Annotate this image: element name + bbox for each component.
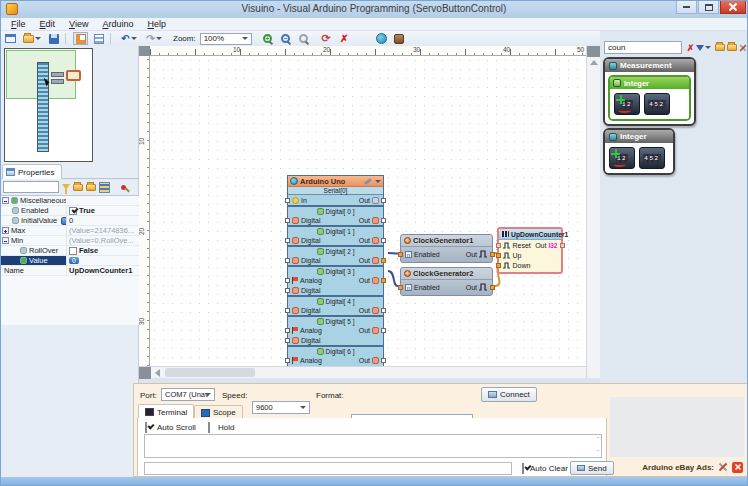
ads-settings-icon[interactable] [718,462,728,472]
port-select[interactable]: COM7 (Unav [161,388,215,401]
canvas-vertical-scrollbar[interactable] [586,46,600,378]
collapse-all-icon[interactable] [73,184,83,191]
palette-tools-icon[interactable] [737,42,748,53]
menu-view[interactable]: View [62,18,95,31]
digital-in-pin[interactable] [285,308,290,313]
analog-in-pin[interactable] [285,328,290,333]
digital-out-pin[interactable] [381,278,386,283]
save-button[interactable] [46,32,61,45]
tab-properties[interactable]: Properties [2,164,62,179]
properties-search-input[interactable] [3,181,59,193]
sort-view-icon[interactable] [99,182,110,193]
property-row-enabled[interactable]: Enabled True [0,206,139,216]
scrollbar-thumb[interactable] [165,368,255,377]
enabled-pin[interactable] [398,285,403,290]
palette-item-updown-counter[interactable]: 12 [609,147,635,169]
serial-in-pin[interactable] [285,198,290,203]
down-pin[interactable] [496,263,501,268]
palette-group-integer[interactable]: Integer 12 452 [603,128,675,175]
zoom-in-button[interactable]: + [260,32,275,45]
arduino-header[interactable]: Arduino Uno [288,176,383,187]
design-canvas[interactable]: Arduino Uno Serial[0] In Out Digital[ 0 … [150,56,586,366]
scroll-down-icon[interactable]: ˇ [597,449,599,456]
analog-in-pin[interactable] [285,358,290,363]
menu-help[interactable]: Help [140,18,173,31]
property-row-rollover[interactable]: RollOver False [0,246,139,256]
serial-out-pin[interactable] [381,198,386,203]
auto-clear-checkbox[interactable] [522,463,524,474]
palette-search-input[interactable]: coun [604,41,682,54]
component-arduino-uno[interactable]: Arduino Uno Serial[0] In Out Digital[ 0 … [287,175,384,366]
format-layout-button[interactable] [73,32,88,45]
zoom-combo[interactable]: 100% [200,33,252,45]
out-pin[interactable] [490,252,495,257]
subgroup-header[interactable]: Integer [610,77,689,89]
digital-out-pin[interactable] [381,328,386,333]
clockgenerator2-header[interactable]: ClockGenerator2 [401,268,492,280]
speed-select[interactable]: 9600 [252,401,310,414]
clear-search-icon[interactable]: ✗ [685,42,696,53]
up-pin[interactable] [496,253,501,258]
overview-minimap[interactable] [4,48,93,162]
component-clockgenerator1[interactable]: ClockGenerator1 n Enabled Out [400,234,493,263]
property-row-initialvalue[interactable]: InitialValue 0 [0,216,139,226]
out-pin[interactable] [560,243,565,248]
group-header[interactable]: Measurement [605,59,694,72]
canvas-horizontal-scrollbar[interactable] [139,366,586,378]
auto-scroll-checkbox[interactable] [145,422,147,433]
about-button[interactable] [392,32,407,45]
send-input[interactable] [144,462,512,475]
enabled-pin[interactable] [398,252,403,257]
property-row-name[interactable]: Name UpDownCounter1 [0,266,139,276]
zoom-out-button[interactable]: − [278,32,293,45]
wire-digital3-to-clock2[interactable] [388,271,398,286]
connect-button[interactable]: Connect [481,387,537,402]
property-row-max[interactable]: Max (Value=21474836... [0,226,139,236]
collapse-icon[interactable] [2,237,9,244]
digital-in-pin[interactable] [285,288,290,293]
digital-out-pin[interactable] [381,358,386,363]
palette-item-updown-counter[interactable]: 12 [614,93,640,115]
rollover-checkbox[interactable] [69,247,77,255]
wire-digital2-to-clock1[interactable] [388,253,398,254]
palette-group-measurement[interactable]: Measurement Integer 12 452 [603,57,696,126]
maximize-button[interactable] [698,0,719,14]
grid-toggle-button[interactable] [91,32,106,45]
component-clockgenerator2[interactable]: ClockGenerator2 n Enabled Out [400,267,493,296]
undo-button[interactable]: ↶ [118,32,140,45]
chevron-down-icon[interactable] [375,180,381,183]
enabled-checkbox[interactable] [69,207,77,215]
hold-checkbox[interactable] [208,422,210,433]
palette-item-counter[interactable]: 452 [639,147,665,169]
palette-subgroup-integer[interactable]: Integer 12 452 [608,75,691,121]
scroll-up-icon[interactable]: ˆ [597,436,599,443]
property-row-min[interactable]: Min (Value=0,RollOve... [0,236,139,246]
updowncounter1-header[interactable]: UpDownCounter1 [499,229,561,240]
menu-arduino[interactable]: Arduino [95,18,140,31]
digital-in-pin[interactable] [285,218,290,223]
scroll-left-icon[interactable] [155,369,160,377]
group-header[interactable]: Integer [605,130,673,143]
expand-icon[interactable] [2,227,9,234]
wrench-icon[interactable] [364,177,372,184]
digital-out-pin[interactable] [381,238,386,243]
new-project-button[interactable] [3,32,18,45]
filter-icon[interactable] [62,184,70,190]
build-button[interactable]: ⟳ [319,32,334,45]
digital-out-pin[interactable] [381,218,386,223]
digital-out-pin[interactable] [381,308,386,313]
open-project-button[interactable] [21,32,43,45]
new-component-icon[interactable] [714,42,725,53]
tab-scope[interactable]: Scope [194,405,243,419]
terminal-output[interactable]: ˆ ˇ [144,434,602,458]
property-row-value-selected[interactable]: Value 0 [0,256,139,266]
digital-out-pin[interactable] [381,258,386,263]
property-category-row[interactable]: Miscellaneous [0,196,139,206]
tab-terminal[interactable]: Terminal [138,404,194,419]
palette-item-counter[interactable]: 452 [644,93,670,115]
filter-dropdown-icon[interactable] [698,42,709,53]
pin-panel-icon[interactable] [121,185,126,190]
digital-in-pin[interactable] [285,238,290,243]
digital-in-pin[interactable] [285,258,290,263]
clockgenerator1-header[interactable]: ClockGenerator1 [401,235,492,247]
